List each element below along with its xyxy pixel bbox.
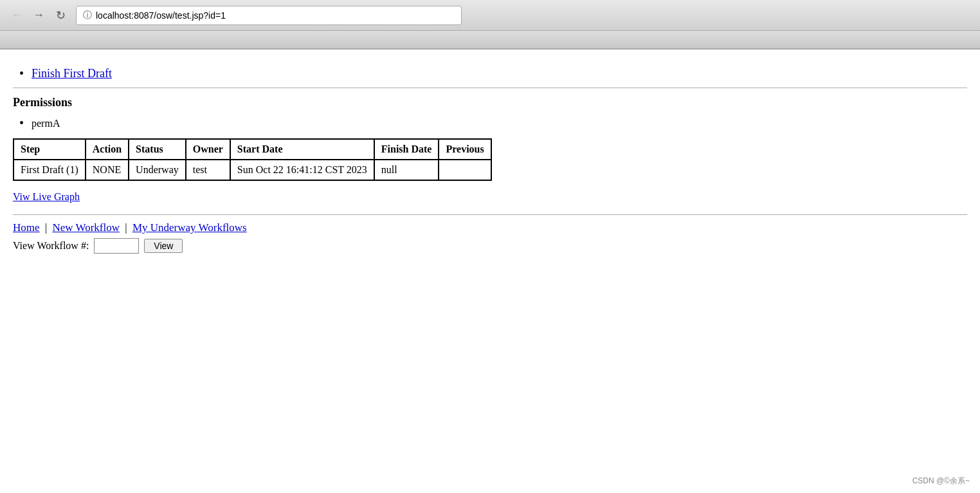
main-link-container: • Finish First Draft [13, 66, 967, 81]
col-previous: Previous [439, 139, 491, 160]
permissions-heading: Permissions [13, 96, 967, 109]
perm-item: • permA [13, 116, 967, 131]
new-workflow-link[interactable]: New Workflow [52, 221, 120, 234]
perm-value: permA [32, 118, 60, 129]
separator-1: | [45, 221, 50, 234]
watermark: CSDN @©余系~ [912, 476, 970, 487]
live-graph-link[interactable]: Viw Live Graph [13, 191, 80, 203]
bookmarks-bar [0, 31, 980, 49]
workflow-table: Step Action Status Owner Start Date Fini… [13, 138, 492, 181]
cell-start-date: Sun Oct 22 16:41:12 CST 2023 [230, 160, 374, 180]
separator-2: | [125, 221, 130, 234]
cell-step: First Draft (1) [14, 160, 86, 180]
divider-1 [13, 88, 967, 88]
browser-chrome: ← → ↻ ⓘ localhost:8087/osw/test.jsp?id=1 [0, 0, 980, 50]
page-content: • Finish First Draft Permissions • permA… [0, 50, 980, 264]
perm-bullet: • [19, 116, 24, 131]
view-workflow-input[interactable] [94, 238, 139, 254]
table-row: First Draft (1) NONE Underway test Sun O… [14, 160, 491, 180]
my-underway-workflows-link[interactable]: My Underway Workflows [132, 221, 247, 234]
col-status: Status [129, 139, 186, 160]
view-workflow-label: View Workflow #: [13, 240, 89, 252]
browser-toolbar: ← → ↻ ⓘ localhost:8087/osw/test.jsp?id=1 [0, 0, 980, 31]
home-link[interactable]: Home [13, 221, 40, 234]
url-text: localhost:8087/osw/test.jsp?id=1 [96, 10, 226, 21]
cell-owner: test [186, 160, 230, 180]
view-button[interactable]: View [144, 239, 183, 253]
reload-button[interactable]: ↻ [51, 6, 69, 24]
view-workflow-row: View Workflow #: View [13, 238, 967, 254]
info-icon: ⓘ [83, 10, 92, 21]
table-header-row: Step Action Status Owner Start Date Fini… [14, 139, 491, 160]
finish-first-draft-link[interactable]: Finish First Draft [32, 67, 112, 80]
forward-button[interactable]: → [30, 6, 48, 24]
col-step: Step [14, 139, 86, 160]
col-start-date: Start Date [230, 139, 374, 160]
cell-status: Underway [129, 160, 186, 180]
cell-action: NONE [86, 160, 129, 180]
col-finish-date: Finish Date [374, 139, 439, 160]
nav-buttons: ← → ↻ [8, 6, 69, 24]
bullet-dot: • [19, 66, 24, 81]
address-bar[interactable]: ⓘ localhost:8087/osw/test.jsp?id=1 [76, 6, 462, 25]
cell-previous [439, 160, 491, 180]
footer-nav: Home | New Workflow | My Underway Workfl… [13, 221, 967, 234]
divider-2 [13, 214, 967, 215]
col-action: Action [86, 139, 129, 160]
cell-finish-date: null [374, 160, 439, 180]
col-owner: Owner [186, 139, 230, 160]
back-button[interactable]: ← [8, 6, 26, 24]
